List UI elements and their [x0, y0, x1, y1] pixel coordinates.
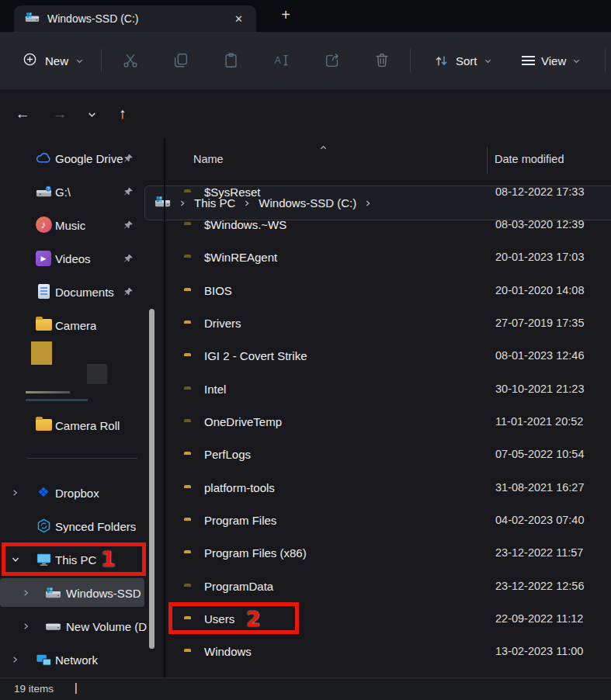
chevron-down-icon[interactable]	[11, 555, 20, 564]
file-row-intel[interactable]: Intel30-10-2021 21:23	[165, 372, 611, 404]
file-row-program-files[interactable]: Program Files04-02-2023 07:40	[165, 504, 611, 536]
sidebar-item-label: Videos	[55, 251, 91, 265]
sidebar-item-google-drive[interactable]: Google Drive	[0, 141, 164, 175]
file-row-windows-ws[interactable]: $Windows.~WS08-03-2020 12:39	[165, 208, 611, 241]
file-name: $Windows.~WS	[204, 217, 286, 230]
file-row-users[interactable]: Users22-09-2022 11:122	[165, 602, 611, 635]
file-row-winreagent[interactable]: $WinREAgent20-01-2023 17:03	[165, 241, 611, 273]
rename-button[interactable]: A	[270, 49, 293, 72]
content-area: Google Drive?G:\♪Music▶VideosDocumentsCa…	[0, 138, 611, 678]
file-row-perflogs[interactable]: PerfLogs07-05-2022 10:54	[165, 438, 611, 470]
column-headers: Name Date modified	[165, 144, 611, 175]
chevron-down-icon	[75, 57, 84, 65]
file-row-platform-tools[interactable]: platform-tools31-08-2021 16:27	[165, 470, 611, 503]
text-cursor: |	[75, 681, 78, 694]
sidebar-item-documents[interactable]: Documents	[0, 275, 164, 308]
sidebar-item-windows-ssd[interactable]: Windows-SSD	[0, 576, 164, 609]
new-tab-button[interactable]: +	[276, 6, 296, 24]
sidebar-item-synced-folders[interactable]: Synced Folders	[0, 509, 164, 542]
thumbnail-gray	[87, 364, 107, 384]
file-date: 30-10-2021 21:23	[495, 383, 585, 395]
trash-icon	[373, 52, 391, 69]
column-header-name[interactable]: Name	[193, 153, 224, 165]
up-button[interactable]: ↑	[111, 102, 134, 126]
view-button[interactable]: View	[522, 48, 581, 73]
file-name: PerfLogs	[204, 448, 251, 461]
chevron-right-icon[interactable]	[11, 655, 19, 664]
sidebar-item-network[interactable]: Network	[0, 643, 164, 676]
column-divider[interactable]	[487, 147, 488, 174]
sidebar-item-label: Network	[55, 653, 98, 666]
navigation-pane: Google Drive?G:\♪Music▶VideosDocumentsCa…	[0, 138, 164, 678]
titlebar: Windows-SSD (C:) ✕ +	[0, 0, 611, 32]
sidebar-item-label: Camera Roll	[55, 418, 120, 431]
sidebar-item-new-volume-d[interactable]: New Volume (D	[0, 609, 164, 643]
file-date: 08-01-2023 12:46	[495, 349, 585, 362]
pin-icon	[123, 253, 134, 263]
file-row-sysreset[interactable]: $SysReset08-12-2022 17:33	[165, 175, 611, 208]
copy-button[interactable]	[169, 49, 193, 72]
svg-text:A: A	[275, 55, 281, 66]
file-list-pane: Name Date modified $SysReset08-12-2022 1…	[165, 138, 611, 678]
file-date: 23-12-2022 12:56	[495, 580, 585, 592]
drive-g-icon: ?	[34, 182, 53, 201]
file-name: $SysReset	[204, 185, 261, 198]
sidebar-divider	[0, 442, 164, 476]
file-date: 23-12-2022 11:57	[495, 546, 583, 559]
sidebar-item-label: Music	[55, 218, 85, 231]
forward-button[interactable]: →	[48, 102, 71, 126]
file-row-windows[interactable]: Windows13-02-2023 11:00	[165, 635, 611, 667]
sidebar-item-g[interactable]: ?G:\	[0, 175, 164, 208]
videos-icon: ▶	[34, 249, 53, 268]
file-row-drivers[interactable]: Drivers27-07-2019 17:35	[165, 307, 611, 339]
recent-locations-button[interactable]	[80, 102, 103, 126]
chevron-right-icon[interactable]	[22, 622, 30, 630]
sort-button[interactable]: Sort	[433, 48, 492, 73]
sidebar-item-dropbox[interactable]: ❖Dropbox	[0, 476, 164, 509]
file-explorer-window: Windows-SSD (C:) ✕ + New	[0, 0, 611, 700]
sidebar-item-camera-roll[interactable]: Camera Roll	[0, 408, 164, 442]
column-header-date-modified[interactable]: Date modified	[495, 153, 564, 165]
file-date: 08-03-2020 12:39	[495, 218, 585, 230]
back-button[interactable]: ←	[11, 102, 34, 126]
sidebar-scrollbar-thumb[interactable]	[149, 309, 154, 649]
explorer-tab[interactable]: Windows-SSD (C:) ✕	[14, 5, 256, 32]
file-row-programdata[interactable]: ProgramData23-12-2022 12:56	[165, 569, 611, 601]
file-date: 08-12-2022 17:33	[495, 185, 585, 198]
rename-icon: A	[273, 52, 290, 69]
file-row-program-files-x86[interactable]: Program Files (x86)23-12-2022 11:57	[165, 536, 611, 569]
file-name: Users	[204, 612, 234, 625]
file-row-bios[interactable]: BIOS20-01-2020 14:08	[165, 273, 611, 306]
chevron-down-icon	[572, 57, 581, 65]
sidebar-item-camera[interactable]: Camera	[0, 308, 164, 341]
chevron-down-icon	[87, 109, 97, 120]
step-annotation: 2	[246, 608, 261, 629]
file-name: Program Files	[204, 513, 276, 526]
file-name: Windows	[204, 645, 252, 658]
file-name: Program Files (x86)	[204, 546, 307, 560]
file-row-onedrivetemp[interactable]: OneDriveTemp11-01-2021 20:52	[165, 405, 611, 438]
sidebar-item-music[interactable]: ♪Music	[0, 208, 164, 241]
copy-icon	[172, 52, 189, 69]
sidebar-item-videos[interactable]: ▶Videos	[0, 241, 164, 275]
this-pc-icon	[34, 550, 53, 569]
file-name: BIOS	[204, 283, 232, 296]
toolbar-separator	[101, 49, 102, 72]
folder-icon	[34, 316, 53, 334]
paste-button[interactable]	[220, 49, 243, 72]
drive-win-icon	[43, 584, 62, 602]
chevron-right-icon[interactable]	[11, 488, 19, 497]
sidebar-item-label: Dropbox	[55, 486, 99, 499]
pin-icon	[123, 153, 134, 163]
cut-button[interactable]	[119, 49, 142, 72]
clipboard-icon	[223, 52, 240, 69]
sidebar-item-this-pc[interactable]: This PC1	[0, 542, 164, 576]
close-tab-icon[interactable]: ✕	[229, 12, 248, 26]
file-row-igi-2-covert-strike[interactable]: IGI 2 - Covert Strike08-01-2023 12:46	[165, 339, 611, 372]
chevron-right-icon[interactable]	[22, 588, 30, 597]
delete-button[interactable]	[370, 49, 394, 72]
sidebar-item-label: This PC	[55, 553, 96, 566]
share-button[interactable]	[321, 49, 344, 72]
dropbox-icon: ❖	[34, 483, 53, 502]
new-button[interactable]: New	[22, 48, 84, 73]
